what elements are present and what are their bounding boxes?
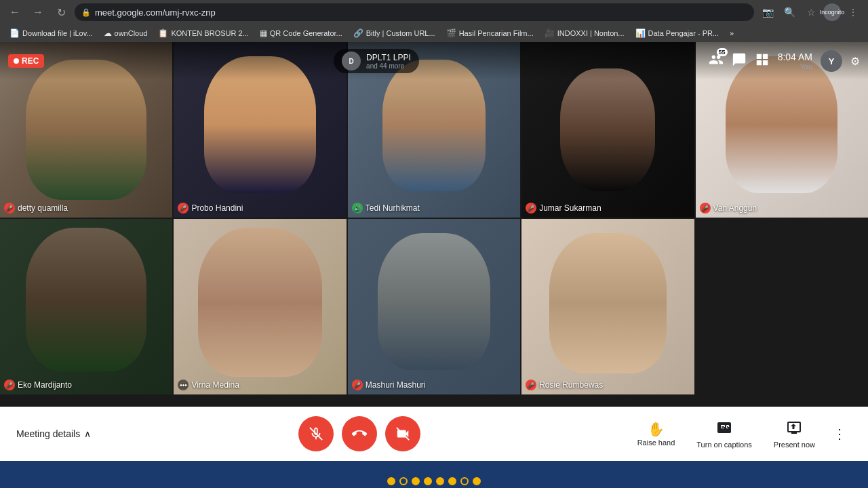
captions-icon <box>716 420 732 439</box>
profile-avatar[interactable]: Incognito <box>823 3 841 21</box>
rec-label: REC <box>22 56 39 66</box>
bookmark-item-7[interactable]: 🎥 INDOXXI | Nonton... <box>540 27 629 39</box>
bookmark-icon-6: 🎬 <box>446 28 456 38</box>
dot-1 <box>387 477 395 485</box>
controls-center <box>91 416 627 451</box>
mute-icon-6: 🎤 <box>4 380 15 390</box>
header-right: 55 8:04 AM You Y ⚙ <box>709 50 860 72</box>
participants-icon-wrap[interactable]: 55 <box>709 52 724 70</box>
browser-toolbar: ← → ↻ 🔒 meet.google.com/umj-rvxc-znp 📷 🔍… <box>0 0 868 24</box>
raise-hand-icon: ✋ <box>648 421 665 437</box>
video-bg-7 <box>174 219 346 394</box>
bookmark-item-8[interactable]: 📊 Data Pengajar - PR... <box>631 27 724 39</box>
toolbar-icons: 📷 🔍 ☆ Incognito ⋮ <box>758 3 863 22</box>
participant-name-7: ••• Virna Medina <box>178 380 239 390</box>
mute-button[interactable] <box>298 416 334 451</box>
dot-3 <box>412 477 420 485</box>
meeting-details-arrow: ∧ <box>84 428 91 439</box>
bookmark-label-7: INDOXXI | Nonton... <box>557 29 625 37</box>
bookmark-label-8: Data Pengajar - PR... <box>648 29 719 37</box>
star-icon-btn[interactable]: ☆ <box>802 3 821 22</box>
name-label-7: Virna Medina <box>191 380 239 390</box>
bookmark-icon-8: 📊 <box>635 28 646 38</box>
end-call-button[interactable] <box>342 416 377 451</box>
search-icon-btn[interactable]: 🔍 <box>780 3 799 22</box>
address-bar[interactable]: 🔒 meet.google.com/umj-rvxc-znp <box>75 3 754 21</box>
speaking-icon-3: 🔊 <box>352 203 363 214</box>
layout-icon-wrap[interactable] <box>755 52 770 70</box>
participant-name-5: 🎤 Van Anggun <box>700 203 757 214</box>
dot-8 <box>473 477 481 485</box>
bookmark-label-6: Hasil Pencarian Film... <box>459 29 534 37</box>
dot-7 <box>460 477 469 485</box>
footer-dots <box>387 477 481 485</box>
video-grid: 🎤 detty quamilla 🎤 Probo Handini 🔊 Tedi … <box>0 42 868 394</box>
more-options-button[interactable]: ⋮ <box>827 422 852 446</box>
footer-banner: L E M B A G A P E N G E M B A N G A N P … <box>0 461 868 488</box>
video-button[interactable] <box>385 416 420 451</box>
video-cell-9: 🎤 Rosie Rumbewas <box>521 219 694 394</box>
mute-icon-9: 🎤 <box>526 380 536 390</box>
name-label-6: Eko Mardijanto <box>18 380 72 390</box>
present-icon <box>786 420 802 439</box>
participant-name-8: 🎤 Mashuri Mashuri <box>352 380 426 390</box>
settings-icon[interactable]: ⚙ <box>850 55 860 68</box>
mute-icon-1: 🎤 <box>4 203 15 214</box>
host-avatar: D <box>342 52 361 70</box>
meeting-details[interactable]: Meeting details ∧ <box>16 428 91 439</box>
back-button[interactable]: ← <box>5 3 24 22</box>
participant-name-2: 🎤 Probo Handini <box>178 203 243 214</box>
bookmark-item-4[interactable]: ▦ QR Code Generator... <box>256 27 347 39</box>
bookmark-item-1[interactable]: 📄 Download file | iLov... <box>5 27 97 39</box>
bookmark-label-2: ownCloud <box>115 29 148 37</box>
bookmark-more-icon: » <box>730 29 734 37</box>
video-cell-6: 🎤 Eko Mardijanto <box>0 219 172 394</box>
bookmark-icon-4: ▦ <box>260 28 267 38</box>
participant-name-3: 🔊 Tedi Nurhikmat <box>352 203 420 214</box>
mute-icon-8: 🎤 <box>352 380 363 390</box>
video-bg-9 <box>521 219 694 394</box>
forward-button[interactable]: → <box>28 3 47 22</box>
meet-header: REC D DPLT1 LPPI and 44 more 55 <box>0 42 868 80</box>
bookmark-icon-3: 📋 <box>158 28 168 38</box>
raise-hand-button[interactable]: ✋ Raise hand <box>628 417 685 451</box>
video-cell-7: ••• Virna Medina <box>174 219 346 394</box>
name-label-4: Jumar Sukarman <box>539 203 601 213</box>
lock-icon: 🔒 <box>81 8 91 17</box>
present-label: Present now <box>774 441 815 449</box>
dot-5 <box>436 477 444 485</box>
present-button[interactable]: Present now <box>764 415 825 453</box>
bookmark-icon-2: ☁ <box>104 28 112 38</box>
bookmark-item-2[interactable]: ☁ ownCloud <box>100 27 152 39</box>
participant-count-badge: 55 <box>717 48 728 56</box>
user-avatar[interactable]: Y <box>821 50 842 72</box>
participant-name-9: 🎤 Rosie Rumbewas <box>526 380 603 390</box>
video-bg-6 <box>0 219 172 394</box>
name-label-8: Mashuri Mashuri <box>366 380 426 390</box>
bookmark-item-5[interactable]: 🔗 Bitly | Custom URL... <box>349 27 439 39</box>
meet-container: REC D DPLT1 LPPI and 44 more 55 <box>0 42 868 407</box>
mute-icon-4: 🎤 <box>526 203 536 214</box>
bookmark-icon-1: 📄 <box>9 28 20 38</box>
rec-badge: REC <box>8 54 44 68</box>
reload-button[interactable]: ↻ <box>52 3 71 22</box>
participant-name-4: 🎤 Jumar Sukarman <box>526 203 601 214</box>
bookmark-item-3[interactable]: 📋 KONTEN BROSUR 2... <box>154 27 252 39</box>
bookmark-icon-5: 🔗 <box>353 28 363 38</box>
name-label-3: Tedi Nurhikmat <box>366 203 420 213</box>
video-cell-8: 🎤 Mashuri Mashuri <box>348 219 520 394</box>
mute-icon-5: 🎤 <box>700 203 711 214</box>
bookmark-more[interactable]: » <box>726 28 738 39</box>
captions-button[interactable]: Turn on captions <box>687 415 762 453</box>
camera-icon-btn[interactable]: 📷 <box>758 3 777 22</box>
bookmark-label-5: Bitly | Custom URL... <box>366 29 435 37</box>
mute-icon-2: 🎤 <box>178 203 189 214</box>
chat-icon-wrap[interactable] <box>732 52 747 70</box>
bookmark-item-6[interactable]: 🎬 Hasil Pencarian Film... <box>442 27 538 39</box>
host-extra: and 44 more <box>366 62 411 70</box>
participant-info-pill[interactable]: D DPLT1 LPPI and 44 more <box>334 49 419 73</box>
name-label-1: detty quamilla <box>18 203 68 213</box>
rec-dot <box>14 58 19 64</box>
menu-icon-btn[interactable]: ⋮ <box>844 3 863 22</box>
bookmark-label-4: QR Code Generator... <box>270 29 342 37</box>
